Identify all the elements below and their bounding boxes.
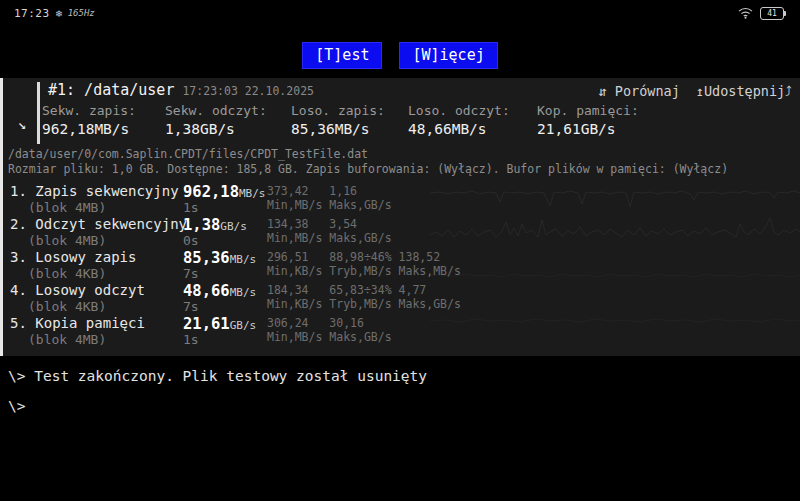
terminal-message: \> Test zakończony. Plik testowy został … <box>8 368 800 384</box>
test-duration: 7s <box>183 299 199 314</box>
status-bar: 17:23 ❄ 165Hz 41 <box>0 0 800 26</box>
test-row-seq-write: 1. Zapis sekwencyjny (blok 4MB) 962,18MB… <box>0 182 800 215</box>
terminal-log: \> Test zakończony. Plik testowy został … <box>0 356 800 501</box>
terminal-prompt: \> <box>8 398 800 414</box>
test-duration: 1s <box>183 200 199 215</box>
test-row-rand-read: 4. Losowy odczyt (blok 4KB) 48,66MB/s 7s… <box>0 281 800 314</box>
test-value: 21,61 <box>183 315 230 333</box>
test-value: 962,18 <box>183 183 239 201</box>
result-title-text: #1: /data/user <box>48 81 174 99</box>
summary-col-rand-write: Loso. zapis: 85,36MB/s <box>291 103 408 137</box>
battery-icon: 41 <box>760 7 786 20</box>
result-timestamp: 17:23:03 22.10.2025 <box>182 84 314 98</box>
test-row-seq-read: 2. Odczyt sekwencyjny (blok 4MB) 1,38GB/… <box>0 215 800 248</box>
compare-icon: ⇵ <box>599 83 607 99</box>
test-value: 48,66 <box>183 282 230 300</box>
test-row-rand-write: 3. Losowy zapis (blok 4KB) 85,36MB/s 7s … <box>0 248 800 281</box>
summary-col-mem-copy: Kop. pamięci: 21,61GB/s <box>537 103 639 137</box>
summary-col-seq-read: Sekw. odczyt: 1,38GB/s <box>165 103 291 137</box>
test-value: 1,38 <box>183 216 220 234</box>
test-file-details: Rozmiar pliku: 1,0 GB. Dostępne: 185,8 G… <box>8 162 728 176</box>
result-actions: ⇵ Porównaj ↥Udostępnij⤴ <box>599 83 792 99</box>
clock: 17:23 <box>14 7 50 20</box>
compare-button[interactable]: ⇵ Porównaj <box>599 83 680 99</box>
test-row-mem-copy: 5. Kopia pamięci (blok 4MB) 21,61GB/s 1s… <box>0 314 800 347</box>
more-button[interactable]: [W]ięcej <box>399 42 497 69</box>
selection-arrow-icon: ↘ <box>18 116 26 132</box>
share-button[interactable]: ↥Udostępnij⤴ <box>696 83 792 99</box>
result-title[interactable]: #1: /data/user17:23:03 22.10.2025 <box>48 81 314 99</box>
test-button[interactable]: [T]est <box>302 42 382 69</box>
test-results-list: 1. Zapis sekwencyjny (blok 4MB) 962,18MB… <box>0 182 800 347</box>
results-panel: ↘ #1: /data/user17:23:03 22.10.2025 ⇵ Po… <box>0 78 800 356</box>
snowflake-icon: ❄ <box>56 8 62 19</box>
summary-row: Sekw. zapis: 962,18MB/s Sekw. odczyt: 1,… <box>42 103 639 137</box>
selected-result-marker <box>37 82 40 144</box>
wifi-icon <box>738 7 753 19</box>
summary-col-rand-read: Loso. odczyt: 48,66MB/s <box>408 103 537 137</box>
test-duration: 7s <box>183 266 199 281</box>
test-file-path: /data/user/0/com.Saplin.CPDT/files/CPDT_… <box>8 147 368 161</box>
refresh-rate-indicator: 165Hz <box>68 8 95 18</box>
test-duration: 1s <box>183 332 199 347</box>
test-value: 85,36 <box>183 249 230 267</box>
summary-col-seq-write: Sekw. zapis: 962,18MB/s <box>42 103 165 137</box>
battery-percent: 41 <box>760 7 784 20</box>
test-duration: 0s <box>183 233 199 248</box>
toolbar: [T]est [W]ięcej <box>0 42 800 69</box>
